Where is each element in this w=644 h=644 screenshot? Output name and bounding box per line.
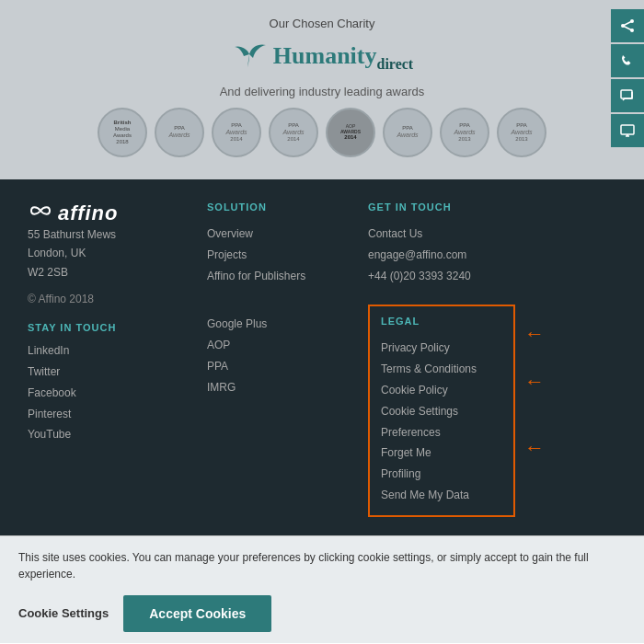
affino-icon — [28, 205, 58, 224]
footer-col-contact: GET IN TOUCH Contact Us engage@affino.co… — [368, 201, 616, 517]
privacy-policy-link[interactable]: Privacy Policy — [381, 338, 502, 359]
twitter-link[interactable]: Twitter — [28, 362, 207, 383]
award-badge: British Media Awards 2018 — [98, 108, 147, 157]
logo-text: Humanitydirect — [273, 42, 413, 73]
affino-publishers-link[interactable]: Affino for Publishers — [207, 266, 368, 287]
svg-rect-6 — [621, 125, 634, 134]
cookie-text: This site uses cookies. You can manage y… — [18, 549, 626, 582]
legal-section-row: LEGAL Privacy Policy Terms & Conditions … — [368, 305, 616, 516]
profiling-link[interactable]: Profiling — [381, 464, 502, 485]
footer-col-brand: affino 55 Bathurst Mews London, UK W2 2S… — [28, 201, 207, 517]
bird-icon — [231, 38, 268, 77]
projects-link[interactable]: Projects — [207, 245, 368, 266]
contact-links: Contact Us engage@affino.com +44 (0)20 3… — [368, 224, 616, 286]
arrow-icon-1: ← — [524, 322, 545, 346]
share-button[interactable] — [611, 9, 644, 42]
cookie-policy-link[interactable]: Cookie Policy — [381, 380, 502, 401]
pinterest-link[interactable]: Pinterest — [28, 404, 207, 425]
solution-links: Overview Projects Affino for Publishers — [207, 224, 368, 286]
cookie-settings-link[interactable]: Cookie Settings — [381, 401, 502, 422]
legal-box: LEGAL Privacy Policy Terms & Conditions … — [368, 305, 515, 516]
address-line3: W2 2SB — [28, 266, 68, 279]
contact-us-link[interactable]: Contact Us — [368, 224, 616, 245]
overview-link[interactable]: Overview — [207, 224, 368, 245]
humanity-logo: Humanitydirect — [0, 38, 644, 77]
terms-conditions-link[interactable]: Terms & Conditions — [381, 359, 502, 380]
footer-columns: affino 55 Bathurst Mews London, UK W2 2S… — [28, 201, 616, 517]
cookie-settings-link[interactable]: Cookie Settings — [18, 606, 109, 620]
arrow-2: ← — [524, 369, 545, 395]
facebook-link[interactable]: Facebook — [28, 383, 207, 404]
linkedin-link[interactable]: LinkedIn — [28, 340, 207, 362]
accept-cookies-button[interactable]: Accept Cookies — [123, 595, 271, 632]
award-badge: PPA Awards 2014 — [269, 108, 318, 157]
footer-col-solution: SOLUTION Overview Projects Affino for Pu… — [207, 201, 368, 517]
get-in-touch-section: GET IN TOUCH Contact Us engage@affino.co… — [368, 201, 616, 286]
solution-title: SOLUTION — [207, 201, 368, 213]
award-badge-highlight: AOP AWARDS 2014 — [326, 108, 375, 157]
award-badge: PPA Awards 2014 — [212, 108, 261, 157]
social2-links: Google Plus AOP PPA IMRG — [207, 314, 368, 397]
phone-button[interactable] — [611, 44, 644, 77]
stay-in-touch-label: STAY IN TOUCH — [28, 322, 207, 333]
send-me-data-link[interactable]: Send Me My Data — [381, 485, 502, 506]
ppa-link[interactable]: PPA — [207, 356, 368, 377]
award-badge: PPA Awards 2013 — [497, 108, 546, 157]
arrow-1: ← — [524, 321, 545, 347]
awards-tagline: And delivering industry leading awards — [0, 85, 644, 98]
legal-title: LEGAL — [381, 316, 502, 327]
award-badge: PPA Awards — [383, 108, 432, 157]
legal-links: Privacy Policy Terms & Conditions Cookie… — [381, 338, 502, 505]
arrow-3: ← — [524, 435, 545, 461]
top-section: Our Chosen Charity Humanitydirect And de… — [0, 0, 644, 179]
social-links: LinkedIn Twitter Facebook Pinterest YouT… — [28, 340, 207, 445]
forget-me-link[interactable]: Forget Me — [381, 443, 502, 464]
svg-line-3 — [623, 21, 632, 26]
award-badge: PPA Awards 2013 — [440, 108, 489, 157]
email-link[interactable]: engage@affino.com — [368, 245, 616, 266]
charity-label: Our Chosen Charity — [0, 17, 644, 30]
awards-row: British Media Awards 2018 PPA Awards PPA… — [0, 108, 644, 170]
phone-link[interactable]: +44 (0)20 3393 3240 — [368, 266, 616, 287]
screen-button[interactable] — [611, 114, 644, 147]
side-buttons — [611, 9, 644, 147]
address-line2: London, UK — [28, 247, 86, 259]
footer-address: 55 Bathurst Mews London, UK W2 2SB — [28, 225, 207, 282]
google-plus-link[interactable]: Google Plus — [207, 314, 368, 335]
imrg-link[interactable]: IMRG — [207, 377, 368, 398]
svg-rect-5 — [621, 90, 632, 98]
preferences-link[interactable]: Preferences — [381, 422, 502, 443]
affino-brand-text: affino — [58, 201, 118, 224]
chat-button[interactable] — [611, 79, 644, 112]
arrows-column: ← ← ← — [524, 305, 545, 461]
footer: affino 55 Bathurst Mews London, UK W2 2S… — [0, 179, 644, 535]
affino-logo: affino — [28, 201, 207, 225]
copyright: © Affino 2018 — [28, 293, 207, 305]
award-badge: PPA Awards — [155, 108, 204, 157]
youtube-link[interactable]: YouTube — [28, 424, 207, 445]
arrow-icon-3: ← — [524, 436, 545, 460]
extra-social-links: Google Plus AOP PPA IMRG — [207, 314, 368, 397]
aop-link[interactable]: AOP — [207, 335, 368, 356]
cookie-actions: Cookie Settings Accept Cookies — [18, 595, 626, 632]
cookie-banner: This site uses cookies. You can manage y… — [0, 535, 644, 643]
address-line1: 55 Bathurst Mews — [28, 228, 116, 241]
svg-line-4 — [623, 26, 632, 30]
arrow-icon-2: ← — [524, 370, 545, 394]
get-in-touch-title: GET IN TOUCH — [368, 201, 616, 213]
